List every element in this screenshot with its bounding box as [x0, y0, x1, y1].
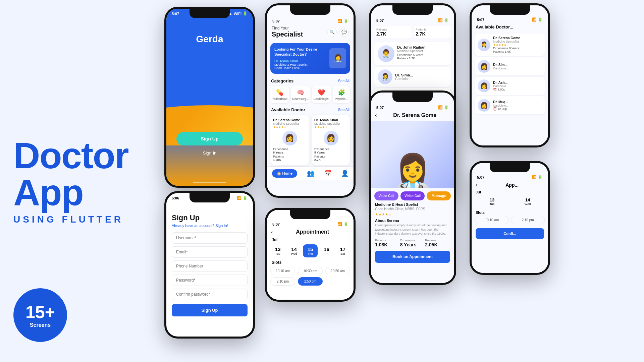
- phone-field[interactable]: [172, 260, 248, 272]
- confirm-slot-1[interactable]: 10:10 am: [475, 216, 509, 224]
- stat-experience: Experience 8 Years: [400, 239, 425, 247]
- avail-item-ashl[interactable]: 👩 Dr. Ash... Carddiolo... ⏰ 3.00p: [475, 77, 545, 95]
- back-button-6[interactable]: ‹: [375, 112, 377, 118]
- main-title: Doctor App: [13, 137, 148, 211]
- slot-2-50[interactable]: 2:50 pm: [298, 277, 323, 286]
- banner-doctor-image: 👩‍⚕️: [329, 48, 346, 68]
- cat-cardio[interactable]: ❤️ Cardiologist: [312, 86, 331, 103]
- confirm-month: Jul: [472, 190, 548, 195]
- about-title: About Serena: [371, 219, 454, 223]
- avail-item-sima[interactable]: 👩 Dr. Sim... Carddiolo...: [475, 57, 545, 75]
- johir-profile-card[interactable]: 👨‍⚕️ Dr. Johir Raihan Medicine Specialis…: [374, 42, 451, 65]
- signin-link[interactable]: Sign In: [166, 150, 253, 156]
- date-14[interactable]: 14Wed: [286, 244, 301, 257]
- password-field[interactable]: [172, 275, 248, 286]
- profile-stats: Patients 1.08K Experience 8 Years Review…: [371, 239, 454, 251]
- username-field[interactable]: [172, 232, 248, 244]
- back-button[interactable]: ‹: [271, 229, 273, 235]
- phone-appointment-confirm: 5:07 📶🔋 ‹ App... Jul 13Tue 14Wed Slots 1…: [470, 161, 550, 275]
- nav-profile[interactable]: 👤: [341, 170, 348, 177]
- doc-card-serena[interactable]: Dr. Serena Gome Medicine Specialist ★★★★…: [270, 115, 309, 165]
- avail-item-serena[interactable]: 👩‍⚕️ Dr. Serena Gome Medicine Specialist…: [475, 34, 545, 56]
- cat-psych[interactable]: 🧩 Psychia...: [333, 86, 350, 103]
- categories-header: Categories See All: [267, 76, 354, 85]
- slots-row-2: 2:10 pm 2:50 pm: [267, 277, 354, 288]
- find-label: Find Your: [272, 26, 303, 31]
- cardio-icon: ❤️: [318, 89, 325, 96]
- rating-stars: ★★★★☆: [273, 125, 306, 129]
- status-bar-8: 5:07 📶🔋: [472, 172, 548, 181]
- email-field[interactable]: [172, 246, 248, 258]
- avail-item-muq[interactable]: 👩 Dr. Muq... Carddiolo... ⏰ 12.00p: [475, 96, 545, 114]
- doc-list-item-1[interactable]: 👩‍⚕️ Dr. Sima... Cardiolo...: [374, 67, 451, 87]
- date-17[interactable]: 17Sat: [335, 244, 350, 257]
- confirm-button[interactable]: Confi...: [476, 228, 544, 239]
- slot-10-50[interactable]: 10:50 am: [325, 267, 350, 275]
- doc-card-asma[interactable]: Dr. Asma Khan Medicine Specialist ★★★★☆ …: [312, 115, 350, 165]
- phone-appointment: 5:07 📶🔋 ‹ Appointment Jul 13Tue 14Wed 15…: [265, 208, 356, 302]
- nav-calendar[interactable]: 📅: [324, 170, 331, 177]
- cat-neuro[interactable]: 🧠 Neurosurg...: [291, 86, 310, 103]
- voice-call-btn[interactable]: Voice Call: [374, 191, 398, 200]
- confirm-slot-2[interactable]: 2:10 pm: [511, 216, 545, 224]
- categories-see-all[interactable]: See All: [338, 79, 350, 83]
- available-see-all[interactable]: See All: [338, 108, 350, 112]
- appt-title: Appointment: [275, 229, 350, 235]
- back-button-8[interactable]: ‹: [476, 182, 477, 188]
- video-call-btn[interactable]: Video Call: [400, 191, 425, 200]
- slots-title: Slots: [267, 260, 354, 267]
- profile-rating: ★★★★☆: [371, 212, 454, 219]
- message-btn[interactable]: Message: [427, 191, 451, 200]
- rating-stars-2: ★★★★☆: [314, 125, 347, 129]
- banner-card: Looking For Your DesireSpecialist Doctor…: [270, 43, 350, 74]
- phone-available-doctors: 5:07 📶🔋 Available Doctor... 👩‍⚕️ Dr. Ser…: [470, 3, 550, 147]
- johir-avatar: 👨‍⚕️: [378, 45, 394, 62]
- nav-people[interactable]: 👥: [307, 170, 314, 177]
- date-13[interactable]: 13Tue: [270, 244, 285, 257]
- date-16[interactable]: 16Fri: [319, 244, 334, 257]
- month-label: Jul: [267, 238, 354, 244]
- about-text: Lorem Ipsum is simply dummy text of the …: [371, 223, 454, 239]
- phone-find-specialist: 5:07 📶🔋 Find Your Specialist 🔍 💬 Looking…: [265, 3, 356, 198]
- find-header: Find Your Specialist 🔍 💬: [267, 24, 354, 41]
- left-section: Doctor App USING FLUTTER 15+ Screens: [0, 0, 161, 362]
- doc-avatar-1: 👩‍⚕️: [378, 69, 392, 84]
- slot-2-10[interactable]: 2:10 pm: [270, 277, 295, 286]
- status-bar-5: 5:07 📶🔋: [371, 15, 454, 24]
- slot-10-30[interactable]: 10:30 am: [298, 267, 323, 275]
- nav-home[interactable]: 🏠 Home: [272, 169, 298, 178]
- phone-serena-profile: 5:07 📶🔋 ‹ Dr. Serena Gome 👩‍⚕️ Voice Cal…: [369, 90, 456, 285]
- neuro-icon: 🧠: [297, 89, 304, 96]
- form-signup-button[interactable]: Sign Up: [172, 304, 248, 316]
- confirm-date-13[interactable]: 13Tue: [475, 195, 509, 208]
- phone-notch-7: [490, 5, 530, 15]
- message-icon[interactable]: 💬: [339, 27, 349, 37]
- edge-fade: [624, 0, 644, 362]
- available-doctors-header: Available Doctor See All: [267, 105, 354, 114]
- doctor-specialization: Medicine & Heart Spelist: [371, 202, 454, 207]
- slots-row-1: 10:10 am 10:30 am 10:50 am: [267, 267, 354, 277]
- signup-button[interactable]: Sign Up: [176, 132, 243, 145]
- available-doctors-screen: 5:07 📶🔋 Available Doctor... 👩‍⚕️ Dr. Ser…: [472, 5, 548, 145]
- date-15[interactable]: 15Thu: [303, 244, 318, 257]
- cat-pediatrician[interactable]: 💊 Pediatrician: [270, 86, 289, 103]
- screens-badge: 15+ Screens: [13, 288, 67, 342]
- book-appointment-btn[interactable]: Book an Appoinment: [375, 251, 450, 263]
- profile-screen: 5:07 📶🔋 ‹ Dr. Serena Gome 👩‍⚕️ Voice Cal…: [371, 93, 454, 283]
- confirm-date-14[interactable]: 14Wed: [511, 195, 545, 208]
- stat-reviews: Reviews 2.05K: [425, 239, 450, 247]
- appointment-screen: 5:07 📶🔋 ‹ Appointment Jul 13Tue 14Wed 15…: [267, 210, 354, 300]
- avail-avatar-ashl: 👩: [478, 79, 490, 92]
- confirm-slots-title: Slots: [472, 210, 548, 216]
- patients-box-1: Patients 2.7K: [374, 26, 412, 39]
- slot-10-10[interactable]: 10:10 am: [270, 267, 295, 275]
- phone-notch-2: [190, 193, 230, 202]
- gerda-app-name: Gerda: [166, 17, 253, 45]
- search-icon[interactable]: 🔍: [327, 27, 337, 37]
- using-flutter-label: USING FLUTTER: [13, 214, 148, 225]
- confirm-password-field[interactable]: [172, 289, 248, 300]
- form-container: Sign Up Already have an account? Sign In…: [166, 201, 253, 322]
- appt-header: ‹ Appointment: [267, 228, 354, 238]
- confirm-title: App...: [480, 182, 544, 188]
- stat-patients: Patients 1.08K: [375, 239, 400, 247]
